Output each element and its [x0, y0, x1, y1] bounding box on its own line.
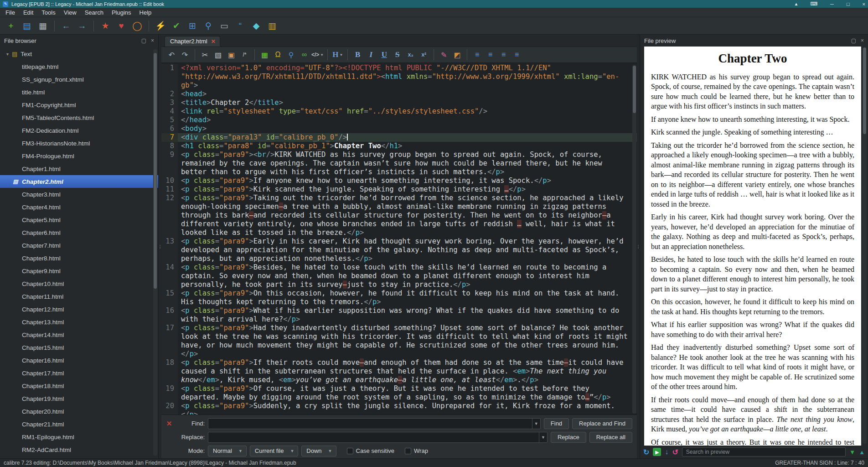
code-text[interactable]: <link rel="stylesheet" type="text/css" h…	[178, 107, 637, 116]
code-text[interactable]: <p class="para9">Of course, it was just …	[178, 384, 637, 402]
align-left-icon[interactable]: ≡	[471, 49, 483, 61]
menu-plugins[interactable]: Plugins	[108, 9, 135, 16]
sync-preview-icon[interactable]: ↓	[665, 448, 668, 456]
close-button[interactable]: ×	[863, 1, 865, 7]
file-item[interactable]: ▤Chapter14.html	[0, 328, 158, 341]
code-text[interactable]: <h1 class="para8" id="calibre_pb_1">Chap…	[178, 142, 637, 150]
tab-close-icon[interactable]: ✕	[211, 38, 216, 45]
file-item[interactable]: ▤FM5-TableofContents.html	[0, 111, 158, 124]
replace-input[interactable]: ▼	[208, 432, 548, 443]
file-item[interactable]: ▤Chapter9.html	[0, 265, 158, 277]
file-item[interactable]: ▤FM4-Prologue.html	[0, 150, 158, 162]
reload-preview-icon[interactable]: ↺	[672, 448, 678, 457]
smarten-punctuation-icon[interactable]: “	[233, 19, 248, 33]
arrange-folders-icon[interactable]: ⊞	[185, 19, 200, 33]
float-panel-icon[interactable]: ▢	[851, 37, 856, 44]
file-group-text[interactable]: ▾▤Text	[0, 47, 158, 60]
donate-icon[interactable]: ♥	[114, 19, 129, 33]
insert-special-character-icon[interactable]: Ω	[272, 49, 284, 61]
file-item[interactable]: ▤Chapter16.html	[0, 354, 158, 367]
code-text[interactable]: <p class="para9">If their roots could mo…	[178, 358, 637, 384]
editor-scrollbar[interactable]	[632, 65, 636, 414]
superscript-icon[interactable]: x²	[418, 49, 430, 61]
file-item[interactable]: ▤Chapter1.html	[0, 162, 158, 175]
find-replace-icon[interactable]: ⚲	[285, 49, 297, 61]
file-item[interactable]: ▤Chapter12.html	[0, 303, 158, 316]
file-item[interactable]: ▤title.html	[0, 86, 158, 99]
code-text[interactable]: <p class="para9">What if his earlier sup…	[178, 306, 637, 324]
menu-file[interactable]: File	[1, 9, 19, 16]
case-sensitive-checkbox[interactable]	[347, 448, 353, 454]
save-icon[interactable]: ▦	[36, 19, 50, 33]
chevron-down-icon[interactable]: ▼	[539, 432, 547, 442]
insert-character-icon[interactable]: ◆	[249, 19, 264, 33]
file-item[interactable]: ▤Chapter4.html	[0, 201, 158, 213]
float-panel-icon[interactable]: ▢	[141, 37, 146, 44]
new-file-icon[interactable]: +	[4, 19, 18, 33]
align-center-icon[interactable]: ≡	[484, 49, 496, 61]
wrap-checkbox[interactable]	[405, 448, 411, 454]
subscript-icon[interactable]: x₂	[404, 49, 417, 61]
file-item[interactable]: ▤Chapter11.html	[0, 290, 158, 303]
find-button[interactable]: Find	[544, 418, 569, 429]
code-view-icon[interactable]: </>▼	[311, 49, 324, 61]
direction-select[interactable]: Down▼	[301, 446, 336, 457]
next-match-icon[interactable]: ▼	[849, 449, 855, 456]
mode-select[interactable]: Normal▼	[208, 446, 247, 457]
close-panel-icon[interactable]: ×	[151, 37, 154, 44]
file-item[interactable]: ▤Chapter2.html	[0, 175, 158, 188]
compare-icon[interactable]: ▭	[217, 19, 232, 33]
code-text[interactable]: <p class="para9">Had they inadvertently …	[178, 324, 637, 358]
underline-icon[interactable]: U	[378, 49, 390, 61]
code-text[interactable]: <p class="para9">On this occasion, howev…	[178, 289, 637, 306]
file-item[interactable]: ▤FM2-Dedication.html	[0, 124, 158, 137]
spell-check-icon[interactable]: ✔	[169, 19, 184, 33]
code-text[interactable]: <p class="para9">If anyone knew how to u…	[178, 176, 637, 185]
file-item[interactable]: ▤Chapter18.html	[0, 379, 158, 392]
code-text[interactable]: <p class="para9">Besides, he hated to lo…	[178, 263, 637, 289]
insert-image-icon[interactable]: ▦	[258, 49, 271, 61]
menu-edit[interactable]: Edit	[19, 9, 37, 16]
insert-hyperlink-icon[interactable]: ∞	[298, 49, 310, 61]
redo-icon[interactable]: ↷	[179, 49, 191, 61]
text-color-icon[interactable]: ◩	[451, 49, 463, 61]
bold-icon[interactable]: B	[351, 49, 364, 61]
preview-scrollbar[interactable]	[863, 47, 867, 444]
open-book-icon[interactable]: ▤	[20, 19, 34, 33]
forward-icon[interactable]: →	[75, 19, 89, 33]
menu-help[interactable]: Help	[135, 9, 156, 16]
replace-and-find-button[interactable]: Replace and Find	[572, 418, 632, 429]
undo-icon[interactable]: ↶	[165, 49, 178, 61]
replace-all-button[interactable]: Replace all	[589, 432, 632, 443]
check-book-icon[interactable]: ⚡	[153, 19, 168, 33]
back-icon[interactable]: ←	[59, 19, 73, 33]
minimize-button[interactable]: ─	[830, 1, 834, 7]
file-item[interactable]: ▤Chapter7.html	[0, 239, 158, 252]
keyboard-icon[interactable]: ⌨	[810, 1, 817, 7]
file-item[interactable]: ▤Chapter3.html	[0, 188, 158, 201]
bookmark-icon[interactable]: ★	[98, 19, 113, 33]
file-item[interactable]: ▤Chapter13.html	[0, 316, 158, 328]
file-item[interactable]: ▤Chapter5.html	[0, 213, 158, 226]
tab-chapter2[interactable]: Chapter2.html ✕	[165, 36, 220, 47]
activity-icon[interactable]: ◯	[130, 19, 145, 33]
reports-icon[interactable]: ▥	[265, 19, 279, 33]
code-text[interactable]: <head>	[178, 90, 637, 99]
file-item[interactable]: ▤RM2-AdCard.html	[0, 443, 158, 456]
code-editor[interactable]: 1<?xml version="1.0" encoding="UTF-8"?><…	[161, 64, 637, 415]
prev-match-icon[interactable]: ▲	[859, 449, 865, 456]
run-preview-icon[interactable]: ▶	[653, 448, 661, 456]
code-text[interactable]: </head>	[178, 116, 637, 125]
close-panel-icon[interactable]: ×	[861, 37, 864, 44]
code-text[interactable]: <?xml version="1.0" encoding="UTF-8"?><!…	[178, 64, 637, 90]
copy-icon[interactable]: ▧	[212, 49, 224, 61]
scope-select[interactable]: Current file▼	[250, 446, 299, 457]
code-text[interactable]: <div class="para13" id="calibre_pb_0"/>	[178, 133, 637, 142]
file-item[interactable]: ▤Chapter20.html	[0, 405, 158, 418]
file-item[interactable]: ▤Chapter19.html	[0, 392, 158, 405]
file-item[interactable]: ▤Chapter17.html	[0, 367, 158, 379]
strikethrough-icon[interactable]: S	[391, 49, 403, 61]
italic-icon[interactable]: I	[365, 49, 377, 61]
comment-icon[interactable]: /*	[238, 49, 251, 61]
cut-icon[interactable]: ✂	[199, 49, 211, 61]
